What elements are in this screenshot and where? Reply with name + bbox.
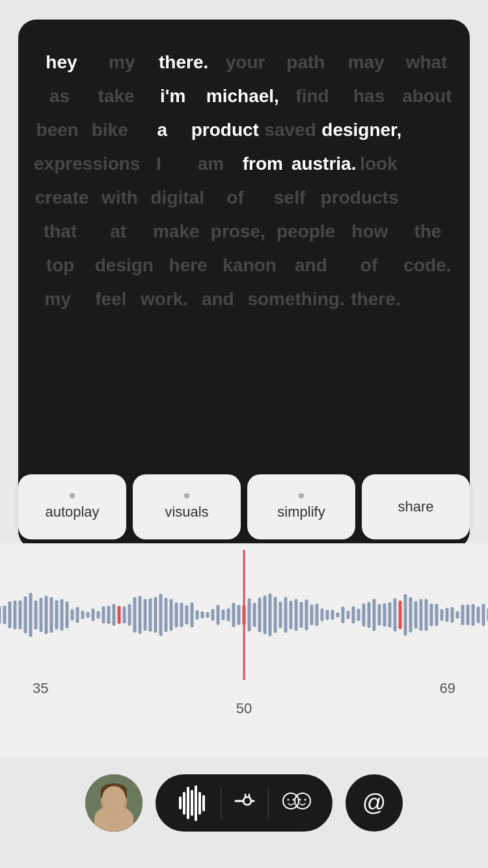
waveform-bar	[92, 608, 95, 621]
word-something: something.	[245, 285, 347, 314]
waveform-bar	[477, 606, 480, 623]
waveform-bar	[378, 604, 381, 625]
waveform-bar	[71, 609, 74, 621]
waveform-bar	[232, 603, 236, 627]
text-row: expressions I am from austria. look	[31, 147, 457, 181]
waveform-bar	[227, 608, 230, 621]
waveform-bar	[404, 594, 407, 636]
waveform-bar	[76, 607, 79, 623]
word-designer: designer,	[319, 116, 404, 144]
svg-point-17	[299, 798, 301, 800]
waveform-bar	[24, 596, 27, 633]
waveform-bar	[14, 601, 17, 630]
center-pill[interactable]	[156, 774, 332, 832]
waveform-bar	[290, 601, 293, 629]
waveform-bar	[123, 606, 126, 624]
wave-bar	[191, 790, 193, 816]
waveform-bar	[430, 604, 433, 627]
waveform-bar	[149, 598, 152, 631]
waveform-bar	[55, 600, 59, 629]
waveform-bar	[295, 599, 298, 631]
word-austria: austria.	[289, 150, 353, 178]
word-hey: hey	[35, 48, 87, 77]
avatar-svg	[85, 774, 142, 832]
svg-point-9	[243, 797, 251, 805]
word-empty2	[405, 160, 457, 168]
text-row: hey my there. your path may what	[31, 46, 457, 79]
waveform-label-left: 35	[33, 680, 48, 697]
waveform-bar	[154, 597, 157, 632]
word-of: of	[210, 183, 262, 212]
waveform-bar	[185, 605, 189, 624]
waveform-section[interactable]: 35 69 50	[0, 543, 488, 758]
waveform-bar	[97, 611, 100, 619]
word-product: product	[189, 116, 262, 144]
wave-bar	[198, 792, 201, 815]
word-code: code.	[401, 251, 454, 280]
word-a: a	[136, 116, 188, 144]
waveform-bar	[352, 606, 355, 623]
word-been: been	[31, 116, 83, 144]
pill-divider	[268, 787, 269, 819]
word-at: at	[92, 217, 144, 246]
word-about: about	[400, 82, 454, 111]
waveform-label-right: 69	[440, 680, 455, 697]
waveform-icon	[169, 774, 215, 832]
waveform-bar	[441, 609, 444, 621]
waveform-bar	[461, 604, 465, 625]
autoplay-button[interactable]: autoplay	[18, 474, 126, 539]
waveform-bar	[451, 607, 454, 623]
wave-bar	[195, 785, 197, 821]
waveform-label-center: 50	[236, 700, 252, 716]
word-make: make	[150, 217, 202, 246]
svg-point-0	[85, 774, 142, 832]
waveform-bar	[159, 594, 163, 636]
word-design: design	[92, 251, 156, 280]
simplify-button[interactable]: simplify	[247, 474, 355, 539]
main-card: hey my there. your path may what as take…	[18, 20, 470, 549]
text-row: top design here kanon and of code.	[31, 249, 457, 282]
word-am: am	[185, 150, 237, 178]
autoplay-dot	[70, 493, 75, 498]
visuals-dot	[184, 493, 189, 498]
word-empty1	[405, 126, 457, 134]
waveform-bar	[394, 598, 397, 631]
word-empty4	[404, 295, 456, 303]
svg-point-18	[305, 798, 306, 800]
waveform-bar	[373, 599, 376, 631]
waveform-bar	[196, 610, 199, 620]
waveform-bar	[237, 604, 241, 625]
autoplay-label: autoplay	[45, 504, 99, 521]
waveform-bar	[253, 603, 256, 627]
waveform-bar	[284, 597, 288, 633]
word-prose: prose,	[208, 217, 268, 246]
word-empty3	[403, 194, 455, 202]
waveform-bar	[472, 604, 475, 625]
word-your: your	[219, 48, 271, 77]
waveform-bar	[0, 606, 1, 624]
waveform-bar	[399, 601, 402, 629]
waveform-bar	[279, 602, 282, 629]
visuals-button[interactable]: visuals	[133, 474, 241, 539]
avatar-button[interactable]	[85, 774, 142, 832]
wave-bar	[202, 795, 205, 811]
waveform-bar	[414, 601, 418, 629]
word-saved: saved	[262, 116, 318, 144]
at-button[interactable]: @	[346, 774, 403, 832]
svg-point-1	[94, 813, 133, 832]
word-top: top	[34, 251, 87, 280]
waveform-bar	[362, 603, 366, 626]
word-my: my	[96, 48, 148, 77]
share-button[interactable]: share	[362, 474, 470, 539]
word-there: there.	[156, 48, 211, 77]
waveform-bar	[19, 601, 22, 629]
waveform-bar	[222, 610, 225, 621]
waveform-bar	[50, 597, 53, 633]
waveform-bar	[446, 608, 449, 621]
waveform-bar	[206, 612, 210, 618]
word-take: take	[90, 82, 142, 111]
waveform-bar	[133, 597, 137, 633]
waveform-bar	[425, 599, 428, 631]
waveform-bar	[180, 603, 183, 627]
simplify-label: simplify	[277, 504, 325, 521]
